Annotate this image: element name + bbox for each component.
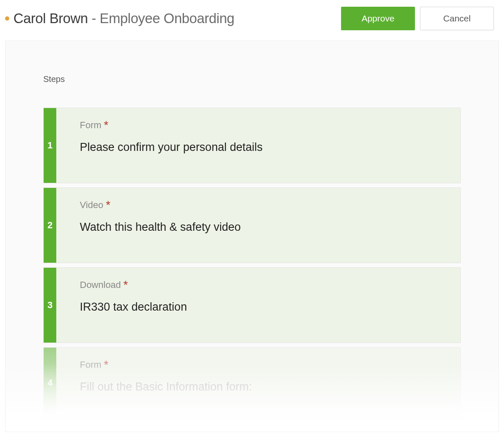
step-body: Form * Fill out the Basic Information fo… (56, 348, 460, 418)
step-number: 2 (44, 188, 56, 263)
page-title: Carol Brown - Employee Onboarding (13, 11, 234, 26)
step-type-label: Form (80, 359, 101, 370)
step-number: 1 (44, 108, 56, 183)
required-asterisk-icon: * (104, 122, 108, 128)
steps-panel: Steps 1 Form * Please confirm your perso… (5, 40, 499, 432)
step-row[interactable]: 1 Form * Please confirm your personal de… (43, 108, 461, 183)
step-body: Video * Watch this health & safety video (56, 188, 460, 263)
employee-name: Carol Brown (13, 11, 88, 26)
page-header: Carol Brown - Employee Onboarding Approv… (0, 0, 504, 40)
header-actions: Approve Cancel (341, 7, 494, 30)
cancel-button[interactable]: Cancel (420, 7, 494, 30)
required-asterisk-icon: * (104, 362, 108, 368)
step-type: Video * (80, 200, 110, 211)
step-type-label: Form (80, 120, 101, 131)
required-asterisk-icon: * (106, 202, 110, 208)
title-suffix: - Employee Onboarding (88, 11, 234, 26)
step-type: Form * (80, 120, 108, 131)
step-body: Download * IR330 tax declaration (56, 268, 460, 343)
step-number: 4 (44, 348, 56, 418)
status-bullet-icon (5, 16, 9, 21)
step-description: Fill out the Basic Information form: (80, 380, 437, 393)
step-row[interactable]: 3 Download * IR330 tax declaration (43, 267, 461, 343)
approve-button[interactable]: Approve (341, 7, 415, 30)
title-wrap: Carol Brown - Employee Onboarding (5, 11, 234, 26)
step-row[interactable]: 2 Video * Watch this health & safety vid… (43, 187, 461, 263)
step-type-label: Video (80, 200, 103, 211)
step-description: Watch this health & safety video (80, 221, 437, 234)
section-label: Steps (43, 74, 461, 84)
step-row[interactable]: 4 Form * Fill out the Basic Information … (43, 347, 461, 419)
required-asterisk-icon: * (123, 282, 128, 288)
step-type-label: Download (80, 280, 121, 290)
step-type: Download * (80, 280, 128, 290)
step-type: Form * (80, 359, 108, 370)
step-description: IR330 tax declaration (80, 301, 437, 314)
step-body: Form * Please confirm your personal deta… (56, 108, 460, 183)
step-number: 3 (44, 268, 56, 343)
step-description: Please confirm your personal details (80, 141, 437, 154)
